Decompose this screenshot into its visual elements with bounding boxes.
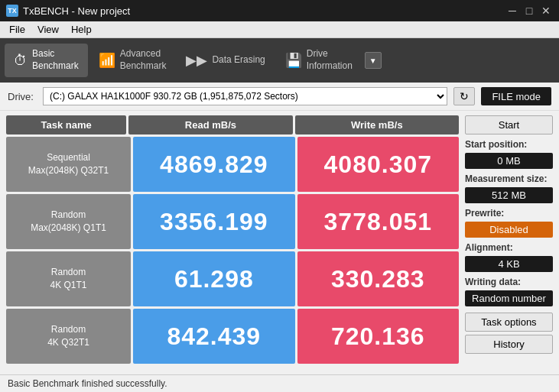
tab-basic-label-line1: Basic <box>32 48 79 60</box>
menu-file[interactable]: File <box>3 23 31 36</box>
write-value-2: 330.283 <box>297 251 459 306</box>
task-name-0: SequentialMax(2048K) Q32T1 <box>6 137 131 192</box>
read-value-0: 4869.829 <box>133 137 294 192</box>
title-bar: TX TxBENCH - New project ─ □ ✕ <box>0 0 559 21</box>
write-value-3: 720.136 <box>297 309 459 364</box>
tab-drive-label-line2: Information <box>307 60 353 73</box>
maximize-button[interactable]: □ <box>522 4 536 18</box>
prewrite-value: Disabled <box>465 222 553 238</box>
drive-select[interactable]: (C:) GALAX HA1K1000F 930.72 GB (1,951,87… <box>43 87 447 105</box>
tab-erasing-label: Data Erasing <box>212 54 265 66</box>
write-value-0: 4080.307 <box>297 137 459 192</box>
title-bar-left: TX TxBENCH - New project <box>6 5 130 17</box>
status-text: Basic Benchmark finished successfully. <box>8 378 167 389</box>
tab-basic-label-line2: Benchmark <box>32 60 79 73</box>
window-title: TxBENCH - New project <box>23 5 130 17</box>
tab-advanced-label-line2: Benchmark <box>120 60 167 73</box>
task-name-1: RandomMax(2048K) Q1T1 <box>6 194 131 249</box>
tab-drive-label-line1: Drive <box>307 48 353 60</box>
file-mode-button[interactable]: FILE mode <box>481 87 551 105</box>
drive-information-icon: 💾 <box>285 53 302 67</box>
app-icon: TX <box>6 5 18 17</box>
close-button[interactable]: ✕ <box>539 4 553 18</box>
task-options-button[interactable]: Task options <box>465 313 553 332</box>
bench-header: Task name Read mB/s Write mB/s <box>6 115 459 134</box>
measurement-size-label: Measurement size: <box>465 173 553 184</box>
task-name-2: Random4K Q1T1 <box>6 251 131 306</box>
benchmark-table: Task name Read mB/s Write mB/s Sequentia… <box>6 115 459 370</box>
header-write: Write mB/s <box>295 115 459 134</box>
alignment-label: Alignment: <box>465 242 553 253</box>
main-content: Task name Read mB/s Write mB/s Sequentia… <box>0 111 559 374</box>
drive-refresh-button[interactable]: ↻ <box>453 87 475 105</box>
header-task: Task name <box>6 115 126 134</box>
drive-row: Drive: (C:) GALAX HA1K1000F 930.72 GB (1… <box>0 83 559 111</box>
tab-advanced-benchmark[interactable]: 📶 Advanced Benchmark <box>89 44 176 76</box>
title-bar-controls: ─ □ ✕ <box>505 4 553 18</box>
tab-advanced-label-line1: Advanced <box>120 48 167 60</box>
toolbar-dropdown-button[interactable]: ▼ <box>365 52 382 69</box>
prewrite-label: Prewrite: <box>465 208 553 219</box>
header-read: Read mB/s <box>128 115 292 134</box>
bench-row-2: Random4K Q1T1 61.298 330.283 <box>6 251 459 306</box>
menu-help[interactable]: Help <box>65 23 98 36</box>
data-erasing-icon: ▶▶ <box>186 53 207 67</box>
right-panel: Start Start position: 0 MB Measurement s… <box>465 115 553 370</box>
bench-row-1: RandomMax(2048K) Q1T1 3356.199 3778.051 <box>6 194 459 249</box>
tab-data-erasing[interactable]: ▶▶ Data Erasing <box>177 49 274 72</box>
toolbar: ⏱ Basic Benchmark 📶 Advanced Benchmark ▶… <box>0 38 559 83</box>
minimize-button[interactable]: ─ <box>505 4 519 18</box>
status-bar: Basic Benchmark finished successfully. <box>0 374 559 391</box>
advanced-benchmark-icon: 📶 <box>99 53 115 67</box>
menu-view[interactable]: View <box>31 23 65 36</box>
basic-benchmark-icon: ⏱ <box>14 53 28 67</box>
tab-drive-information[interactable]: 💾 Drive Information <box>276 44 362 76</box>
bench-row-0: SequentialMax(2048K) Q32T1 4869.829 4080… <box>6 137 459 192</box>
read-value-1: 3356.199 <box>133 194 294 249</box>
read-value-2: 61.298 <box>133 251 294 306</box>
start-position-label: Start position: <box>465 139 553 150</box>
menu-bar: File View Help <box>0 21 559 38</box>
writing-data-label: Writing data: <box>465 277 553 287</box>
start-button[interactable]: Start <box>465 115 553 134</box>
task-name-3: Random4K Q32T1 <box>6 309 131 364</box>
bench-row-3: Random4K Q32T1 842.439 720.136 <box>6 309 459 364</box>
writing-data-value: Random number <box>465 290 553 306</box>
tab-basic-benchmark[interactable]: ⏱ Basic Benchmark <box>5 44 88 76</box>
drive-label: Drive: <box>8 91 37 102</box>
start-position-value: 0 MB <box>465 153 553 169</box>
read-value-3: 842.439 <box>133 309 294 364</box>
alignment-value: 4 KB <box>465 256 553 272</box>
measurement-size-value: 512 MB <box>465 187 553 203</box>
history-button[interactable]: History <box>465 335 553 354</box>
write-value-1: 3778.051 <box>297 194 459 249</box>
